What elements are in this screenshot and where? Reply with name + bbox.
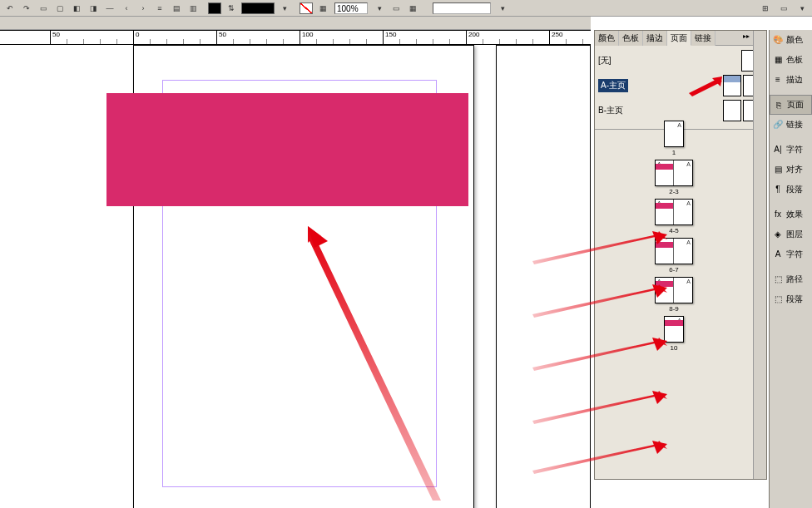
color-icon: 🎨 [772,34,784,46]
pink-rectangle-object[interactable] [106,93,468,206]
tool-button[interactable]: ◧ [69,2,84,15]
side-panel-pathfinder[interactable]: ⬚路径 [770,269,812,289]
tab-links[interactable]: 链接 [691,31,715,46]
pathfinder-icon: ⬚ [772,274,784,285]
side-panel-label: 字符 [786,249,803,260]
tab-stroke[interactable]: 描边 [643,31,667,46]
page-thumb-label: 1 [672,149,676,156]
page-thumb-right[interactable]: A [674,239,692,264]
chevron-left-icon[interactable]: ‹ [119,2,134,15]
side-panel-label: 页面 [787,99,804,111]
ruler-tick: 100 [300,31,300,45]
chevron-right-icon[interactable]: › [136,2,151,15]
undo-button[interactable]: ↶ [2,2,17,15]
zoom-field[interactable]: 100% [334,2,368,14]
fill-swatch[interactable] [208,2,221,14]
parastyle-icon: ⬚ [772,293,784,305]
svg-marker-10 [532,391,667,424]
side-panel-label: 段落 [786,293,803,305]
svg-marker-12 [532,441,667,474]
tool-button[interactable]: ▢ [52,2,67,15]
master-b-label: B-主页 [598,105,623,116]
side-panel-align[interactable]: ▤对齐 [770,160,812,180]
help-button[interactable]: ▾ [795,2,810,15]
panel-scrollbar[interactable] [753,31,766,479]
tool-button[interactable]: ◨ [86,2,101,15]
layers-icon: ◈ [772,229,784,240]
screen-button[interactable]: ▭ [776,2,791,15]
chevron-down-icon[interactable]: ▾ [277,2,292,15]
master-none-label: [无] [598,55,611,67]
page-thumb-right[interactable]: A [674,160,692,185]
side-panel-label: 对齐 [786,164,803,175]
ruler-tick: 50 [50,31,51,45]
side-panel-links[interactable]: 🔗链接 [770,115,812,135]
masters-section: [无] A-主页 B-主页 [595,46,766,126]
page-thumb-left[interactable]: A [656,160,674,185]
annotation-arrow [532,338,674,371]
side-panel-effects[interactable]: fx效果 [770,205,812,224]
zoom-dropdown-icon[interactable]: ▾ [372,2,387,15]
side-panel-label: 图层 [786,229,803,240]
tool-button[interactable]: ▭ [36,2,51,15]
stroke-icon: ≡ [772,74,784,86]
stroke-swatch-wide[interactable] [241,2,275,14]
ruler-tick: 200 [466,31,467,45]
page-thumb-row[interactable]: AA2-3 [595,160,753,195]
top-toolbar: ↶ ↷ ▭ ▢ ◧ ◨ — ‹ › ≡ ▤ ▥ ⇅ ▾ ▦ 100% ▾ ▭ ▦… [0,0,812,17]
view-button[interactable]: ▭ [389,2,404,15]
align-icon: ▤ [772,164,784,175]
emdash-button[interactable]: — [102,2,117,15]
side-panel-stroke[interactable]: ≡描边 [770,70,812,90]
side-panel-label: 段落 [786,184,803,195]
side-panel-swatches[interactable]: ▦色板 [770,50,812,70]
panel-tab-bar: 颜色 色板 描边 页面 链接 ▸▸ │ ▾≡ [595,31,766,46]
page-spread-right[interactable] [496,45,591,508]
page-thumb-row[interactable]: AA4-5 [595,199,753,234]
side-panel-color[interactable]: 🎨颜色 [770,30,812,50]
side-panel-paragraph[interactable]: ¶段落 [770,180,812,200]
toolbar-spacer [0,17,591,30]
side-panel-dock: 🎨颜色▦色板≡描边⎘页面🔗链接A|字符▤对齐¶段落fx效果◈图层A字符⬚路径⬚段… [769,30,812,508]
ruler-tick: 250 [549,31,550,45]
swatch-button[interactable]: ▦ [315,2,330,15]
master-a[interactable]: A-主页 [598,74,763,97]
tab-pages[interactable]: 页面 [667,31,691,46]
master-a-thumb-left[interactable] [723,75,741,96]
align-button[interactable]: ▤ [169,2,184,15]
effects-icon: fx [772,209,784,220]
swatches-icon: ▦ [772,54,784,66]
ruler-tick: 50 [216,31,217,45]
tab-swatch[interactable]: 色板 [619,31,643,46]
arrange-button[interactable]: ⊞ [758,2,773,15]
side-panel-parastyle[interactable]: ⬚段落 [770,289,812,309]
master-none[interactable]: [无] [598,49,763,72]
page-thumb-left[interactable]: A [656,200,674,224]
dropdown-icon[interactable]: ▾ [495,2,510,15]
page-thumb[interactable]: A [665,121,683,146]
side-panel-label: 字符 [786,144,803,155]
character-icon: A| [772,144,784,155]
page-thumb-right[interactable]: A [674,200,692,224]
ruler-tick: 150 [383,31,384,45]
none-swatch[interactable] [300,2,313,14]
side-panel-label: 色板 [786,54,803,66]
swap-swatch-icon[interactable]: ⇅ [224,2,239,15]
side-panel-character[interactable]: A|字符 [770,140,812,160]
page-thumb-row[interactable]: A1 [595,121,753,156]
svg-marker-4 [532,231,667,264]
side-panel-layers[interactable]: ◈图层 [770,224,812,244]
page-thumb-right[interactable]: A [674,278,692,303]
side-panel-charstyle[interactable]: A字符 [770,244,812,264]
redo-button[interactable]: ↷ [19,2,34,15]
side-panel-pages[interactable]: ⎘页面 [770,95,812,115]
view-button[interactable]: ▦ [405,2,420,15]
side-panel-label: 描边 [786,74,803,86]
links-icon: 🔗 [772,119,784,131]
horizontal-ruler[interactable]: 50050100150200250 [0,30,591,45]
document-canvas[interactable] [0,45,591,508]
distribute-button[interactable]: ▥ [186,2,201,15]
tab-color[interactable]: 颜色 [595,31,619,46]
format-button[interactable]: ≡ [152,2,167,15]
workspace-dropdown[interactable] [433,2,491,14]
